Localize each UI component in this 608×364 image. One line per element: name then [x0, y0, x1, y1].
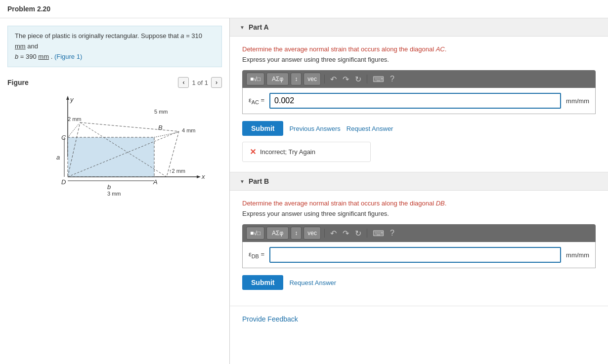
toolbar-b-redo-btn[interactable]: ↷ [341, 229, 351, 238]
part-a-answer-input[interactable] [269, 93, 561, 109]
part-b-arrow: ▼ [240, 179, 245, 184]
toolbar-b-vec-btn[interactable]: vec [304, 227, 321, 240]
right-panel: ▼ Part A Determine the average normal st… [230, 18, 608, 364]
part-a-header[interactable]: ▼ Part A [230, 18, 608, 37]
toolbar-b-undo-btn[interactable]: ↶ [328, 229, 339, 238]
toolbar-b-updown-btn[interactable]: ↕ [291, 227, 302, 240]
figure-canvas: y x [21, 93, 209, 197]
figure-nav: ‹ 1 of 1 › [178, 77, 222, 88]
toolbar-b-help-btn[interactable]: ? [388, 229, 396, 238]
toolbar-b-greek-btn[interactable]: ΑΣφ [266, 227, 289, 240]
svg-text:a: a [56, 154, 60, 161]
figure-header: Figure ‹ 1 of 1 › [7, 77, 222, 88]
toolbar-b-sep1 [324, 229, 325, 238]
part-b-title: Part B [249, 177, 269, 185]
part-b-section: ▼ Part B Determine the average normal st… [230, 172, 608, 306]
part-b-request-answer-link[interactable]: Request Answer [289, 279, 336, 286]
figure-svg: y x [21, 93, 209, 197]
part-a-incorrect-icon: ✕ [250, 147, 256, 157]
svg-text:C: C [61, 134, 66, 141]
left-panel: The piece of plastic is originally recta… [0, 18, 230, 364]
toolbar-a-redo-btn[interactable]: ↷ [341, 75, 351, 84]
part-a-unit-label: mm/mm [566, 97, 589, 105]
part-b-toolbar: ■√□ ΑΣφ ↕ vec ↶ ↷ ↻ ⌨ ? [242, 224, 596, 242]
svg-text:D: D [61, 178, 66, 186]
svg-text:4 mm: 4 mm [182, 127, 196, 133]
toolbar-a-undo-btn[interactable]: ↶ [328, 75, 339, 84]
toolbar-b-matrix-btn[interactable]: ■√□ [246, 227, 264, 240]
figure-next-btn[interactable]: › [211, 77, 222, 88]
part-a-action-row: Submit Previous Answers Request Answer [242, 121, 596, 136]
part-b-action-row: Submit Request Answer [242, 275, 596, 290]
part-a-prev-answers-link[interactable]: Previous Answers [289, 125, 340, 132]
part-a-section: ▼ Part A Determine the average normal st… [230, 18, 608, 172]
svg-text:x: x [201, 173, 205, 180]
part-a-feedback-text: Incorrect; Try Again [260, 148, 315, 156]
svg-text:↑2 mm: ↑2 mm [169, 168, 185, 174]
statement-text: The piece of plastic is originally recta… [15, 32, 202, 60]
toolbar-b-sep2 [367, 229, 367, 238]
svg-text:y: y [70, 96, 74, 103]
toolbar-a-vec-btn[interactable]: vec [304, 73, 321, 85]
toolbar-a-sep2 [367, 75, 367, 83]
problem-title: Problem 2.20 [0, 0, 608, 18]
part-a-body: Determine the average normal strain that… [230, 37, 608, 172]
svg-rect-6 [68, 137, 154, 177]
part-a-input-row: εAC = mm/mm [242, 88, 596, 114]
toolbar-a-sep1 [324, 75, 325, 83]
toolbar-a-help-btn[interactable]: ? [388, 75, 396, 83]
figure-link[interactable]: (Figure 1) [54, 53, 82, 60]
part-b-subtext: Express your answer using three signific… [242, 210, 596, 217]
part-b-answer-input[interactable] [269, 247, 561, 263]
part-a-subtext: Express your answer using three signific… [242, 56, 596, 63]
toolbar-b-refresh-btn[interactable]: ↻ [353, 229, 363, 238]
part-a-request-answer-link[interactable]: Request Answer [347, 125, 393, 132]
provide-feedback-link[interactable]: Provide Feedback [242, 315, 298, 323]
svg-text:5 mm: 5 mm [154, 109, 168, 115]
part-a-feedback-box: ✕ Incorrect; Try Again [242, 142, 371, 162]
svg-marker-1 [66, 96, 69, 100]
main-content: The piece of plastic is originally recta… [0, 18, 608, 364]
svg-text:A: A [153, 178, 158, 186]
svg-text:3 mm: 3 mm [107, 191, 121, 197]
svg-text:B: B [158, 124, 163, 131]
svg-line-24 [154, 132, 178, 137]
part-b-header[interactable]: ▼ Part B [230, 172, 608, 191]
part-b-instruction: Determine the average normal strain that… [242, 200, 596, 207]
toolbar-a-keyboard-btn[interactable]: ⌨ [371, 75, 386, 84]
part-a-epsilon-label: εAC = [249, 96, 264, 105]
part-a-toolbar: ■√□ ΑΣφ ↕ vec ↶ ↷ ↻ ⌨ ? [242, 70, 596, 88]
provide-feedback-section: Provide Feedback [230, 306, 608, 332]
toolbar-a-greek-btn[interactable]: ΑΣφ [266, 73, 289, 85]
page-container: Problem 2.20 The piece of plastic is ori… [0, 0, 608, 364]
toolbar-b-keyboard-btn[interactable]: ⌨ [371, 229, 386, 238]
svg-text:2 mm: 2 mm [68, 116, 82, 122]
svg-text:b: b [107, 183, 111, 191]
part-a-submit-btn[interactable]: Submit [242, 121, 283, 136]
part-b-submit-btn[interactable]: Submit [242, 275, 283, 290]
svg-marker-4 [197, 175, 201, 178]
part-a-title: Part A [249, 23, 269, 31]
part-b-input-row: εDB = mm/mm [242, 242, 596, 268]
part-b-unit-label: mm/mm [566, 251, 589, 259]
figure-nav-label: 1 of 1 [192, 79, 208, 86]
toolbar-a-updown-btn[interactable]: ↕ [291, 73, 302, 85]
figure-prev-btn[interactable]: ‹ [178, 77, 189, 88]
figure-section: Figure ‹ 1 of 1 › y [7, 77, 222, 197]
figure-title: Figure [7, 79, 29, 86]
part-b-body: Determine the average normal strain that… [230, 191, 608, 306]
problem-statement: The piece of plastic is originally recta… [7, 26, 222, 67]
part-a-instruction: Determine the average normal strain that… [242, 45, 596, 53]
svg-line-23 [68, 123, 79, 137]
part-b-epsilon-label: εDB = [249, 250, 264, 259]
toolbar-a-matrix-btn[interactable]: ■√□ [246, 73, 264, 85]
toolbar-a-refresh-btn[interactable]: ↻ [353, 75, 363, 84]
part-a-arrow: ▼ [240, 25, 245, 30]
